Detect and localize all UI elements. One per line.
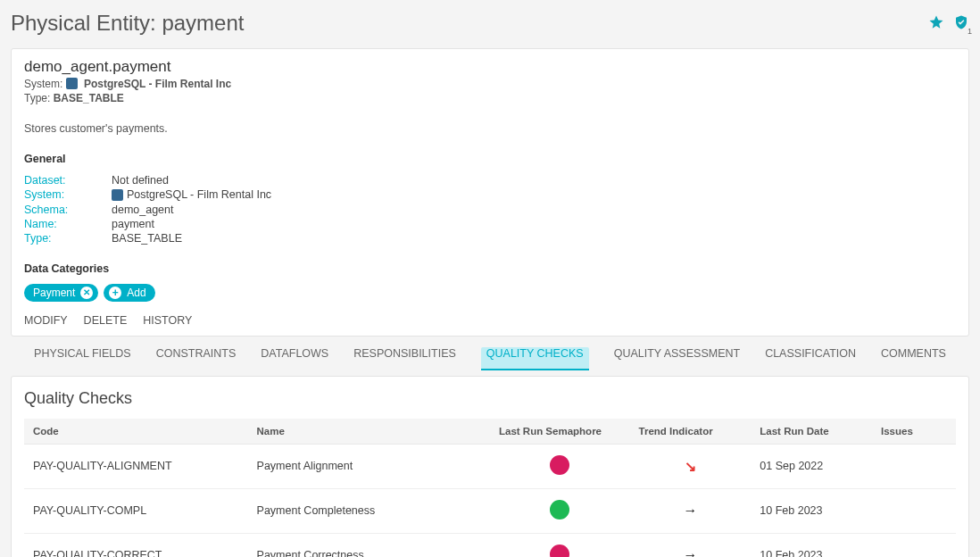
col-last-run[interactable]: Last Run Date: [751, 419, 872, 445]
tab-dataflows[interactable]: DATAFLOWS: [261, 347, 328, 370]
cell-last-run: 10 Feb 2023: [751, 533, 872, 557]
general-row: Name:payment: [24, 218, 956, 230]
col-issues[interactable]: Issues: [872, 419, 956, 445]
col-name[interactable]: Name: [248, 419, 490, 445]
general-row: Schema:demo_agent: [24, 204, 956, 216]
remove-chip-icon[interactable]: ✕: [80, 287, 93, 299]
delete-button[interactable]: DELETE: [84, 314, 128, 327]
entity-system-value: PostgreSQL - Film Rental Inc: [84, 78, 231, 90]
general-row: System:PostgreSQL - Film Rental Inc: [24, 188, 956, 201]
trend-flat-icon: →: [683, 503, 697, 518]
cell-semaphore: [490, 444, 630, 488]
general-value: payment: [112, 218, 154, 230]
general-heading: General: [24, 153, 956, 165]
entity-card: demo_agent.payment System: PostgreSQL - …: [11, 48, 969, 337]
entity-type-label: Type:: [24, 92, 50, 104]
red-semaphore-icon: [550, 455, 569, 475]
cell-semaphore: [490, 533, 630, 557]
category-chip-label: Payment: [33, 287, 75, 299]
category-chip-payment[interactable]: Payment ✕: [24, 284, 98, 302]
categories-heading: Data Categories: [24, 262, 956, 275]
table-row[interactable]: PAY-QUALITY-ALIGNMENTPayment Alignment↘0…: [24, 444, 956, 488]
cell-issues: [872, 444, 956, 488]
add-chip-label: Add: [127, 287, 145, 299]
col-semaphore[interactable]: Last Run Semaphore: [490, 419, 630, 445]
quality-checks-title: Quality Checks: [24, 389, 956, 408]
cell-code: PAY-QUALITY-CORRECT: [24, 533, 248, 557]
cell-code: PAY-QUALITY-ALIGNMENT: [24, 444, 248, 488]
general-label[interactable]: Schema:: [24, 204, 112, 216]
cell-last-run: 10 Feb 2023: [751, 488, 872, 533]
general-value: BASE_TABLE: [112, 232, 182, 245]
quality-checks-panel: Quality Checks Code Name Last Run Semaph…: [11, 376, 969, 557]
history-button[interactable]: HISTORY: [143, 314, 192, 327]
modify-button[interactable]: MODIFY: [24, 314, 68, 327]
plus-icon: +: [109, 287, 121, 299]
trend-down-icon: ↘: [685, 459, 696, 474]
entity-system-label: System:: [24, 78, 62, 90]
general-value: Not defined: [112, 174, 169, 187]
tab-comments[interactable]: COMMENTS: [881, 347, 946, 370]
table-row[interactable]: PAY-QUALITY-COMPLPayment Completeness→10…: [24, 488, 956, 533]
tab-responsibilities[interactable]: RESPONSIBILITIES: [353, 347, 456, 370]
cell-name: Payment Alignment: [248, 444, 490, 488]
col-trend[interactable]: Trend Indicator: [630, 419, 752, 445]
cell-trend: →: [630, 533, 752, 557]
cell-issues: [872, 533, 956, 557]
shield-badge-count: 1: [968, 27, 972, 36]
quality-checks-table: Code Name Last Run Semaphore Trend Indic…: [24, 419, 956, 557]
trend-flat-icon: →: [683, 547, 697, 557]
page-title: Physical Entity: payment: [11, 11, 244, 36]
general-label[interactable]: System:: [24, 188, 112, 201]
general-row: Dataset:Not defined: [24, 174, 956, 187]
cell-issues: [872, 488, 956, 533]
star-icon[interactable]: [928, 14, 944, 33]
add-category-chip[interactable]: + Add: [104, 284, 154, 302]
entity-system-line: System: PostgreSQL - Film Rental Inc: [24, 78, 956, 90]
tabs: PHYSICAL FIELDSCONSTRAINTSDATAFLOWSRESPO…: [0, 337, 980, 370]
cell-name: Payment Completeness: [248, 488, 490, 533]
tab-quality-checks[interactable]: QUALITY CHECKS: [481, 347, 589, 370]
cell-semaphore: [490, 488, 630, 533]
tab-classification[interactable]: CLASSIFICATION: [765, 347, 856, 370]
shield-check-icon[interactable]: 1: [953, 14, 969, 33]
general-label[interactable]: Dataset:: [24, 174, 112, 187]
red-semaphore-icon: [550, 545, 569, 557]
postgresql-icon: [112, 189, 123, 201]
general-row: Type:BASE_TABLE: [24, 232, 956, 245]
cell-trend: →: [630, 488, 752, 533]
postgresql-icon: [66, 78, 78, 89]
green-semaphore-icon: [550, 500, 569, 520]
tab-quality-assessment[interactable]: QUALITY ASSESSMENT: [614, 347, 740, 370]
tab-physical-fields[interactable]: PHYSICAL FIELDS: [34, 347, 131, 370]
general-value: demo_agent: [112, 204, 174, 216]
cell-code: PAY-QUALITY-COMPL: [24, 488, 248, 533]
col-code[interactable]: Code: [24, 419, 248, 445]
general-value: PostgreSQL - Film Rental Inc: [112, 188, 271, 201]
cell-last-run: 01 Sep 2022: [751, 444, 872, 488]
entity-description: Stores customer's payments.: [24, 122, 956, 135]
tab-constraints[interactable]: CONSTRAINTS: [156, 347, 237, 370]
general-label[interactable]: Type:: [24, 232, 112, 245]
general-label[interactable]: Name:: [24, 218, 112, 230]
entity-type-value: BASE_TABLE: [54, 92, 124, 104]
table-header-row: Code Name Last Run Semaphore Trend Indic…: [24, 419, 956, 445]
cell-name: Payment Correctness: [248, 533, 490, 557]
table-row[interactable]: PAY-QUALITY-CORRECTPayment Correctness→1…: [24, 533, 956, 557]
entity-type-line: Type: BASE_TABLE: [24, 92, 956, 104]
cell-trend: ↘: [630, 444, 752, 488]
entity-full-name: demo_agent.payment: [24, 58, 956, 76]
